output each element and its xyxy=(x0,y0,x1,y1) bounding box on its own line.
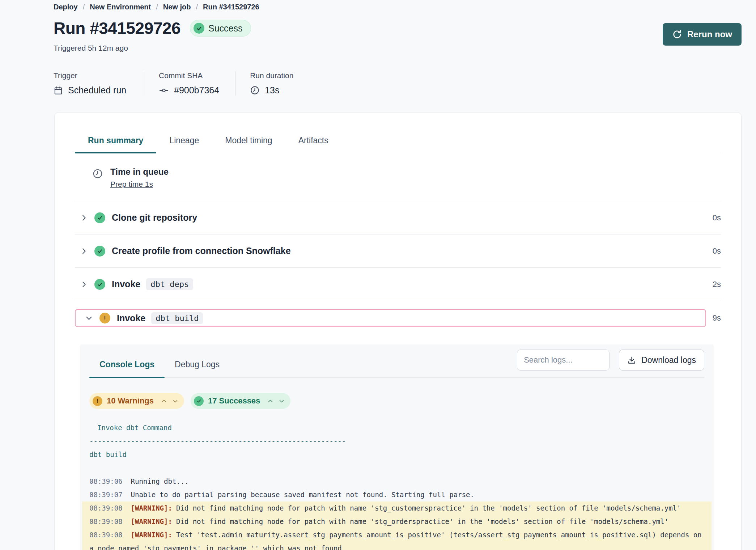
meta-duration-label: Run duration xyxy=(250,71,293,80)
meta-commit-value: #900b7364 xyxy=(174,85,219,96)
log-warning-tag: [WARNING]: xyxy=(131,504,172,512)
check-circle-icon xyxy=(194,23,204,34)
breadcrumb-separator: / xyxy=(196,3,198,11)
status-badge-label: Success xyxy=(208,23,242,34)
log-line-warning: 08:39:08[WARNING]:Did not find matching … xyxy=(82,502,712,515)
page-title: Run #341529726 xyxy=(54,18,180,38)
chevron-down-icon[interactable] xyxy=(85,314,93,322)
check-circle-icon xyxy=(94,212,105,223)
log-timestamp: 08:39:08 xyxy=(89,531,123,539)
clock-icon xyxy=(250,85,260,95)
tab-lineage[interactable]: Lineage xyxy=(156,136,212,153)
log-line: 08:39:06Running dbt... xyxy=(89,475,704,488)
commit-icon xyxy=(159,85,169,96)
console-log-output: Invoke dbt Command ---------------------… xyxy=(89,421,704,550)
check-circle-icon xyxy=(94,246,105,257)
tab-model-timing[interactable]: Model timing xyxy=(212,136,285,153)
step-row-dbt-deps[interactable]: Invoke dbt deps 2s xyxy=(75,268,721,301)
meta-trigger: Trigger Scheduled run xyxy=(54,71,144,96)
refresh-icon xyxy=(672,29,682,39)
log-divider-line: ----------------------------------------… xyxy=(89,435,704,448)
breadcrumb-separator: / xyxy=(156,3,158,11)
time-in-queue-section: Time in queue Prep time 1s xyxy=(75,153,721,201)
step-title: Invoke xyxy=(117,313,145,323)
step-row-clone-git[interactable]: Clone git repository 0s xyxy=(75,201,721,234)
breadcrumb-job[interactable]: New job xyxy=(163,3,191,11)
meta-duration: Run duration 13s xyxy=(235,71,309,96)
log-message: Did not find matching node for patch wit… xyxy=(176,504,681,512)
rerun-now-label: Rerun now xyxy=(687,29,732,39)
chevron-up-icon[interactable] xyxy=(267,398,273,404)
tab-debug-logs[interactable]: Debug Logs xyxy=(165,353,230,377)
tab-console-logs[interactable]: Console Logs xyxy=(89,353,165,377)
chevron-right-icon[interactable] xyxy=(80,280,88,288)
rerun-now-button[interactable]: Rerun now xyxy=(663,23,742,46)
successes-badge: 17 Successes xyxy=(191,393,290,409)
step-title: Clone git repository xyxy=(112,212,197,223)
check-circle-icon xyxy=(194,396,204,406)
log-message: Test 'test.admin_maturity.assert_stg_pay… xyxy=(89,531,706,550)
queue-title: Time in queue xyxy=(110,167,169,177)
step-title: Invoke xyxy=(112,279,140,289)
log-timestamp: 08:39:08 xyxy=(89,504,123,512)
page-header: Deploy / New Environment / New job / Run… xyxy=(0,0,756,52)
warning-circle-icon xyxy=(99,313,110,323)
log-timestamp: 08:39:07 xyxy=(89,491,123,499)
triggered-time: Triggered 5h 12m ago xyxy=(54,44,742,52)
log-line-warning: 08:39:08[WARNING]:Did not find matching … xyxy=(82,515,712,528)
log-warning-tag: [WARNING]: xyxy=(131,517,172,525)
tab-artifacts[interactable]: Artifacts xyxy=(285,136,341,153)
log-blank-line xyxy=(89,461,704,475)
successes-badge-label: 17 Successes xyxy=(208,396,260,406)
log-warning-tag: [WARNING]: xyxy=(131,531,172,539)
meta-trigger-label: Trigger xyxy=(54,71,128,80)
chevron-down-icon[interactable] xyxy=(279,398,285,404)
breadcrumb-deploy[interactable]: Deploy xyxy=(54,3,78,11)
log-message: Unable to do partial parsing because sav… xyxy=(131,491,474,499)
step-duration: 2s xyxy=(713,280,721,289)
command-chip: dbt deps xyxy=(146,278,193,290)
step-duration: 9s xyxy=(713,313,721,323)
chevron-down-icon[interactable] xyxy=(172,398,178,404)
log-message: Running dbt... xyxy=(131,477,189,485)
log-timestamp: 08:39:08 xyxy=(89,517,123,525)
meta-trigger-value: Scheduled run xyxy=(68,85,126,96)
check-circle-icon xyxy=(94,279,105,290)
download-icon xyxy=(627,356,636,365)
run-tabs: Run summary Lineage Model timing Artifac… xyxy=(75,136,721,153)
chevron-right-icon[interactable] xyxy=(80,214,88,222)
breadcrumb-current-run: Run #341529726 xyxy=(203,3,259,11)
chevron-up-icon[interactable] xyxy=(161,398,167,404)
warnings-badge: 10 Warnings xyxy=(89,393,184,409)
breadcrumb: Deploy / New Environment / New job / Run… xyxy=(54,3,742,11)
log-line-warning: 08:39:08[WARNING]:Test 'test.admin_matur… xyxy=(82,528,712,550)
breadcrumb-environment[interactable]: New Environment xyxy=(90,3,151,11)
step-row-create-profile[interactable]: Create profile from connection Snowflake… xyxy=(75,234,721,268)
chevron-right-icon[interactable] xyxy=(80,247,88,255)
warnings-badge-label: 10 Warnings xyxy=(107,396,154,406)
prep-time-link[interactable]: Prep time 1s xyxy=(110,180,153,189)
meta-commit: Commit SHA #900b7364 xyxy=(144,71,235,96)
run-summary-card: Run summary Lineage Model timing Artifac… xyxy=(54,112,742,550)
log-command: dbt build xyxy=(89,448,704,461)
download-logs-label: Download logs xyxy=(641,355,696,365)
download-logs-button[interactable]: Download logs xyxy=(619,350,704,371)
step-duration: 0s xyxy=(713,213,721,223)
breadcrumb-separator: / xyxy=(83,3,85,11)
command-chip: dbt build xyxy=(151,312,203,324)
search-logs-input[interactable] xyxy=(517,350,610,371)
warning-circle-icon xyxy=(93,396,102,406)
tab-run-summary[interactable]: Run summary xyxy=(75,136,156,153)
status-badge: Success xyxy=(190,20,251,37)
log-message: Did not find matching node for patch wit… xyxy=(176,517,668,525)
log-line: 08:39:07Unable to do partial parsing bec… xyxy=(89,488,704,502)
console-log-panel: Console Logs Debug Logs Download logs xyxy=(80,344,714,550)
run-meta: Trigger Scheduled run Commit SHA #900b73… xyxy=(54,71,756,96)
step-title: Create profile from connection Snowflake xyxy=(112,246,291,256)
log-command-header: Invoke dbt Command xyxy=(89,421,704,435)
log-timestamp: 08:39:06 xyxy=(89,477,123,485)
step-duration: 0s xyxy=(713,246,721,256)
step-toggle-dbt-build[interactable]: Invoke dbt build xyxy=(75,309,706,327)
calendar-icon xyxy=(54,86,63,95)
clock-icon xyxy=(92,168,103,189)
